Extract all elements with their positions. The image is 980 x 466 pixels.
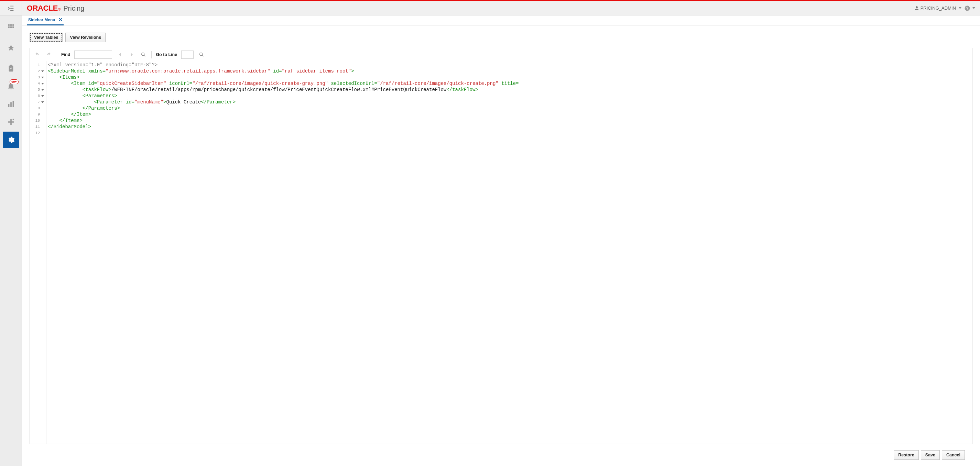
fold-toggle-icon[interactable] xyxy=(41,70,44,72)
hamburger-icon xyxy=(7,5,15,12)
sidebar-settings[interactable] xyxy=(3,132,19,148)
code-line[interactable]: </Item> xyxy=(48,111,519,117)
tab-label: Sidebar Menu xyxy=(28,17,56,22)
gutter-line: 9 xyxy=(30,111,45,117)
code-line[interactable]: <taskFlow>/WEB-INF/oracle/retail/apps/rp… xyxy=(48,87,519,93)
notification-badge: 99+ xyxy=(10,79,18,84)
goto-search-button[interactable] xyxy=(198,51,205,59)
help-menu[interactable]: ? xyxy=(964,5,975,11)
find-prev-button[interactable] xyxy=(116,51,124,59)
code-line[interactable]: <Item id="quickCreateSidebarItem" iconUr… xyxy=(48,81,519,87)
svg-rect-2 xyxy=(8,24,9,26)
clipboard-check-icon xyxy=(7,65,15,72)
bar-chart-icon xyxy=(7,100,15,108)
goto-label: Go to Line xyxy=(156,52,177,57)
find-next-button[interactable] xyxy=(128,51,135,59)
user-menu[interactable]: PRICING_ADMIN xyxy=(914,5,961,11)
gutter-line: 3 xyxy=(30,74,45,81)
gutter-line: 12 xyxy=(30,130,45,136)
find-label: Find xyxy=(61,52,70,57)
code-line[interactable]: <SidebarModel xmlns="urn:www.oracle.com:… xyxy=(48,68,519,74)
header: ORACLE® Pricing PRICING_ADMIN ? xyxy=(0,1,980,16)
redo-button[interactable] xyxy=(45,51,52,59)
code-line[interactable]: <Parameters> xyxy=(48,93,519,99)
gutter-line: 10 xyxy=(30,117,45,124)
code-content[interactable]: <?xml version="1.0" encoding="UTF-8"?><S… xyxy=(46,61,519,444)
gear-icon xyxy=(7,136,15,144)
undo-button[interactable] xyxy=(33,51,41,59)
user-icon xyxy=(914,6,919,11)
svg-rect-6 xyxy=(10,27,11,28)
svg-rect-7 xyxy=(13,27,14,28)
fold-toggle-icon[interactable] xyxy=(41,95,44,97)
action-button-row: View Tables View Revisions xyxy=(30,33,972,42)
gutter-line: 4 xyxy=(30,81,45,87)
code-line[interactable]: </SidebarModel> xyxy=(48,124,519,130)
code-line[interactable]: </Parameters> xyxy=(48,105,519,111)
code-line[interactable]: <Parameter id="menuName">Quick Create</P… xyxy=(48,99,519,105)
cancel-button[interactable]: Cancel xyxy=(942,450,965,460)
sidebar-quick-create[interactable] xyxy=(3,114,19,130)
code-line[interactable]: </Items> xyxy=(48,117,519,124)
view-tables-button[interactable]: View Tables xyxy=(30,33,63,42)
gutter-line: 8 xyxy=(30,105,45,111)
fold-toggle-icon[interactable] xyxy=(41,89,44,91)
editor-toolbar: Find Go to Line xyxy=(30,48,972,61)
gutter-line: 5 xyxy=(30,87,45,93)
toolbar-separator xyxy=(151,51,152,59)
fold-toggle-icon[interactable] xyxy=(41,101,44,103)
tab-sidebar-menu[interactable]: Sidebar Menu xyxy=(27,16,64,25)
plus-icon xyxy=(7,118,15,126)
caret-down-icon xyxy=(972,7,975,9)
redo-icon xyxy=(46,52,52,57)
hamburger-button[interactable] xyxy=(0,1,22,15)
fold-toggle-icon[interactable] xyxy=(41,77,44,78)
svg-point-12 xyxy=(200,52,202,55)
svg-rect-3 xyxy=(10,24,11,26)
code-line[interactable]: <?xml version="1.0" encoding="UTF-8"?> xyxy=(48,62,519,68)
star-icon xyxy=(7,44,15,52)
code-line[interactable]: <Items> xyxy=(48,74,519,81)
svg-rect-8 xyxy=(8,104,9,107)
gutter-line: 7 xyxy=(30,99,45,105)
footer-buttons: Restore Save Cancel xyxy=(30,445,972,466)
svg-rect-10 xyxy=(13,101,14,107)
gutter-line: 2 xyxy=(30,68,45,74)
svg-rect-4 xyxy=(13,24,14,26)
save-button[interactable]: Save xyxy=(921,450,940,460)
brand-oracle: ORACLE xyxy=(27,4,58,13)
find-search-button[interactable] xyxy=(140,51,147,59)
undo-icon xyxy=(34,52,40,57)
restore-button[interactable]: Restore xyxy=(894,450,919,460)
goto-line-input[interactable] xyxy=(181,51,194,59)
tab-strip: Sidebar Menu xyxy=(22,16,980,26)
gutter-line: 11 xyxy=(30,124,45,130)
sidebar-tasks[interactable] xyxy=(3,60,19,77)
sidebar-favorites[interactable] xyxy=(3,40,19,56)
line-gutter: 123456789101112 xyxy=(30,61,46,444)
caret-down-icon xyxy=(959,7,961,9)
sidebar-reports[interactable] xyxy=(3,96,19,113)
gutter-line: 1 xyxy=(30,62,45,68)
sidebar-apps[interactable] xyxy=(3,19,19,35)
chevron-left-icon xyxy=(118,52,122,57)
brand-appname: Pricing xyxy=(63,5,84,13)
svg-text:?: ? xyxy=(966,6,968,10)
find-input[interactable] xyxy=(74,51,112,59)
search-icon xyxy=(141,52,146,57)
tab-close-button[interactable] xyxy=(59,17,62,22)
svg-rect-9 xyxy=(10,102,12,107)
user-name: PRICING_ADMIN xyxy=(921,5,956,11)
gutter-line: 6 xyxy=(30,93,45,99)
search-icon xyxy=(199,52,204,57)
view-revisions-button[interactable]: View Revisions xyxy=(65,33,105,42)
help-icon: ? xyxy=(964,5,970,11)
code-area[interactable]: 123456789101112 <?xml version="1.0" enco… xyxy=(30,61,972,444)
toolbar-separator xyxy=(57,51,57,59)
code-line[interactable] xyxy=(48,130,519,136)
svg-rect-5 xyxy=(8,27,9,28)
grid-icon xyxy=(8,24,14,30)
sidebar-notifications[interactable]: 99+ xyxy=(3,78,19,95)
svg-point-11 xyxy=(142,52,145,55)
fold-toggle-icon[interactable] xyxy=(41,83,44,84)
